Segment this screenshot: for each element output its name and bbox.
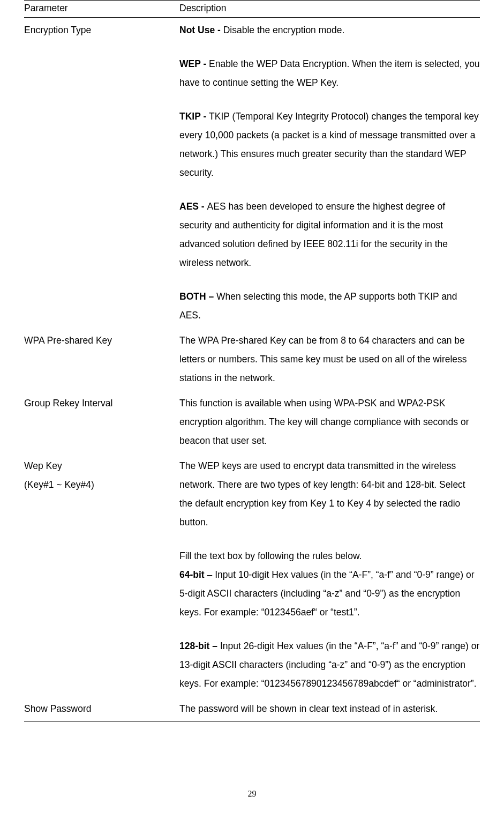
bold-label: Not Use - [179,25,223,35]
desc-text: The password will be shown in clear text… [179,703,438,714]
desc-text: AES has been developed to ensure the hig… [179,201,448,268]
page-number: 29 [0,789,504,799]
table-row: WPA Pre-shared Key The WPA Pre-shared Ke… [24,328,480,391]
desc-text: The WEP keys are used to encrypt data tr… [179,460,465,527]
param-name: Group Rekey Interval [24,391,179,453]
bold-label: 64-bit [179,569,205,580]
bold-label: AES - [179,201,207,212]
param-name: Show Password [24,696,179,722]
desc-pre-text: Fill the text box by following the rules… [179,551,362,561]
header-parameter: Parameter [24,1,179,18]
header-description: Description [179,1,480,18]
desc-text: The WPA Pre-shared Key can be from 8 to … [179,335,467,383]
desc-text: This function is available when using WP… [179,398,469,446]
param-name: Wep Key (Key#1 ~ Key#4) [24,453,179,696]
param-desc: The WEP keys are used to encrypt data tr… [179,453,480,696]
desc-text: TKIP (Temporal Key Integrity Protocol) c… [179,111,479,178]
param-desc: Not Use - Disable the encryption mode. W… [179,18,480,329]
param-desc: The WPA Pre-shared Key can be from 8 to … [179,328,480,391]
table-row: Show Password The password will be shown… [24,696,480,722]
bold-label: TKIP - [179,111,209,122]
table-row: Group Rekey Interval This function is av… [24,391,480,453]
desc-text: Input 26-digit Hex values (in the “A-F”,… [179,641,479,689]
bold-label: BOTH – [179,291,216,302]
bold-label: 128-bit – [179,641,220,651]
desc-text: When selecting this mode, the AP support… [179,291,457,321]
bold-label: WEP - [179,58,209,69]
param-desc: The password will be shown in clear text… [179,696,480,722]
param-name-line1: Wep Key [24,460,62,471]
desc-text: Disable the encryption mode. [223,25,345,35]
desc-text: – Input 10-digit Hex values (in the “A-F… [179,569,475,618]
param-name: Encryption Type [24,18,179,329]
desc-text: Enable the WEP Data Encryption. When the… [179,58,480,88]
table-row: Wep Key (Key#1 ~ Key#4) The WEP keys are… [24,453,480,696]
param-name: WPA Pre-shared Key [24,328,179,391]
table-row: Encryption Type Not Use - Disable the en… [24,18,480,329]
param-name-line2: (Key#1 ~ Key#4) [24,479,94,490]
parameter-table: Parameter Description Encryption Type No… [24,0,480,722]
param-desc: This function is available when using WP… [179,391,480,453]
